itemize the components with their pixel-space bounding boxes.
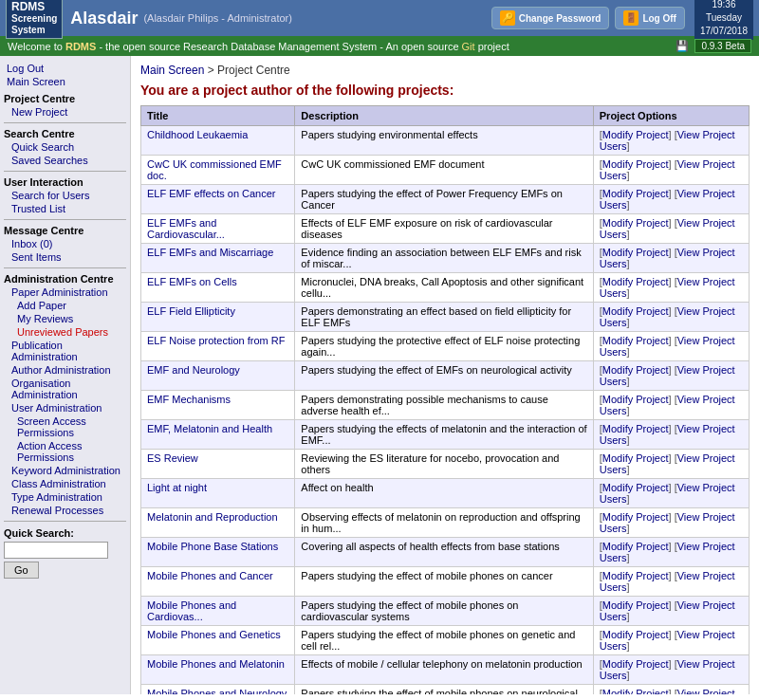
sidebar-sent-items[interactable]: Sent Items (4, 250, 126, 264)
action-bracket-close: ] [ (669, 688, 677, 694)
sidebar-unreviewed-papers[interactable]: Unreviewed Papers (4, 325, 126, 339)
sidebar-screen-access[interactable]: Screen Access Permissions (4, 414, 126, 439)
table-row: ELF Noise protection from RFPapers study… (141, 332, 750, 361)
project-options: [Modify Project] [View Project Users] (593, 391, 749, 420)
modify-project-link[interactable]: Modify Project (602, 629, 669, 640)
modify-project-link[interactable]: Modify Project (602, 394, 669, 405)
action-bracket-close: ] [ (669, 364, 677, 376)
change-password-button[interactable]: 🔑 Change Password (491, 7, 610, 29)
rdms-link[interactable]: RDMS (65, 41, 96, 52)
log-off-button[interactable]: 🚪 Log Off (615, 7, 685, 29)
action-bracket-close: ] [ (669, 394, 677, 405)
project-title-link[interactable]: ELF EMF effects on Cancer (147, 188, 276, 199)
breadcrumb-main-screen[interactable]: Main Screen (140, 64, 204, 77)
project-title-link[interactable]: Melatonin and Reproduction (147, 511, 278, 523)
modify-project-link[interactable]: Modify Project (602, 658, 669, 670)
door-icon: 🚪 (623, 10, 639, 26)
modify-project-link[interactable]: Modify Project (602, 688, 669, 694)
project-options: [Modify Project] [View Project Users] (593, 626, 749, 655)
modify-project-link[interactable]: Modify Project (602, 276, 669, 287)
project-description: Papers studying the protective effect of… (295, 332, 593, 361)
project-title-link[interactable]: CwC UK commissioned EMF doc. (147, 158, 282, 181)
project-title-link[interactable]: Light at night (147, 482, 207, 493)
project-title-link[interactable]: ELF EMFs on Cells (147, 276, 237, 287)
quick-search-input[interactable] (4, 542, 108, 559)
version-badge: 0.9.3 Beta (694, 39, 751, 53)
modify-project-link[interactable]: Modify Project (602, 452, 669, 464)
breadcrumb-separator: > (208, 64, 217, 77)
sidebar-organisation-admin[interactable]: Organisation Administration (4, 377, 126, 401)
project-title-link[interactable]: Mobile Phones and Neurology (147, 688, 287, 694)
action-bracket-close: ] [ (669, 276, 677, 287)
sidebar-user-admin[interactable]: User Administration (4, 401, 126, 414)
project-options: [Modify Project] [View Project Users] (593, 450, 749, 479)
modify-project-link[interactable]: Modify Project (602, 158, 669, 170)
modify-project-link[interactable]: Modify Project (602, 423, 669, 434)
project-title-link[interactable]: ELF EMFs and Miscarriage (147, 247, 273, 258)
modify-project-link[interactable]: Modify Project (602, 247, 669, 258)
action-bracket-close: ] [ (669, 452, 677, 464)
sidebar-paper-admin[interactable]: Paper Administration (4, 286, 126, 299)
modify-project-link[interactable]: Modify Project (602, 482, 669, 493)
sidebar-search-users[interactable]: Search for Users (4, 189, 126, 202)
project-title-link[interactable]: ELF Field Ellipticity (147, 305, 235, 317)
project-title-link[interactable]: ELF EMFs and Cardiovascular... (147, 217, 225, 240)
sidebar-add-paper[interactable]: Add Paper (4, 299, 126, 312)
project-title-link[interactable]: ES Review (147, 452, 198, 464)
project-description: Affect on health (295, 479, 593, 508)
modify-project-link[interactable]: Modify Project (602, 570, 669, 581)
modify-project-link[interactable]: Modify Project (602, 305, 669, 317)
sidebar-saved-searches[interactable]: Saved Searches (4, 154, 126, 167)
modify-project-link[interactable]: Modify Project (602, 599, 669, 611)
sidebar-main-screen[interactable]: Main Screen (4, 75, 126, 88)
project-title-link[interactable]: EMF and Neurology (147, 364, 240, 376)
table-row: CwC UK commissioned EMF doc.CwC UK commi… (141, 156, 750, 185)
go-button[interactable]: Go (4, 562, 39, 579)
sidebar-my-reviews[interactable]: My Reviews (4, 312, 126, 325)
sidebar-type-admin[interactable]: Type Administration (4, 490, 126, 504)
header-username: Alasdair (70, 9, 138, 28)
project-title-link[interactable]: ELF Noise protection from RF (147, 335, 286, 346)
project-title-link[interactable]: Childhood Leukaemia (147, 129, 248, 140)
project-title-link[interactable]: EMF, Melatonin and Health (147, 423, 272, 434)
project-options: [Modify Project] [View Project Users] (593, 273, 749, 303)
git-link[interactable]: Git (462, 41, 475, 52)
project-title-link[interactable]: Mobile Phones and Melatonin (147, 658, 285, 670)
sidebar-action-access[interactable]: Action Access Permissions (4, 439, 126, 464)
sidebar-logout[interactable]: Log Out (4, 62, 126, 75)
modify-project-link[interactable]: Modify Project (602, 129, 669, 140)
project-title-link[interactable]: Mobile Phone Base Stations (147, 541, 278, 552)
table-row: Childhood LeukaemiaPapers studying envir… (141, 126, 750, 156)
modify-project-link[interactable]: Modify Project (602, 217, 669, 229)
project-description: Papers studying the effect of Power Freq… (295, 185, 593, 214)
sidebar-class-admin[interactable]: Class Administration (4, 477, 126, 490)
project-options: [Modify Project] [View Project Users] (593, 156, 749, 185)
project-description: Papers studying the effects of melatonin… (295, 420, 593, 450)
table-row: ES ReviewReviewing the ES literature for… (141, 450, 750, 479)
sidebar-renewal-processes[interactable]: Renewal Processes (4, 504, 126, 517)
project-title-link[interactable]: Mobile Phones and Genetics (147, 629, 281, 640)
table-row: Mobile Phones and MelatoninEffects of mo… (141, 655, 750, 685)
action-bracket-close: ] [ (669, 570, 677, 581)
action-bracket-end: ] (627, 346, 630, 358)
project-title-link[interactable]: Mobile Phones and Cancer (147, 570, 273, 581)
project-options: [Modify Project] [View Project Users] (593, 597, 749, 626)
sidebar-trusted-list[interactable]: Trusted List (4, 202, 126, 215)
modify-project-link[interactable]: Modify Project (602, 188, 669, 199)
sidebar-publication-admin[interactable]: Publication Administration (4, 339, 126, 363)
modify-project-link[interactable]: Modify Project (602, 335, 669, 346)
modify-project-link[interactable]: Modify Project (602, 541, 669, 552)
sidebar-keyword-admin[interactable]: Keyword Administration (4, 464, 126, 477)
sidebar-inbox[interactable]: Inbox (0) (4, 237, 126, 250)
project-title-link[interactable]: Mobile Phones and Cardiovas... (147, 599, 236, 622)
sidebar-author-admin[interactable]: Author Administration (4, 363, 126, 377)
welcome-end: project (478, 41, 509, 52)
modify-project-link[interactable]: Modify Project (602, 511, 669, 523)
action-bracket-end: ] (627, 229, 630, 240)
datetime-display: 19:36 Tuesday 17/07/2018 (694, 0, 753, 40)
modify-project-link[interactable]: Modify Project (602, 364, 669, 376)
project-title-link[interactable]: EMF Mechanisms (147, 394, 231, 405)
sidebar-new-project[interactable]: New Project (4, 105, 126, 119)
sidebar-quick-search[interactable]: Quick Search (4, 140, 126, 154)
action-bracket-end: ] (627, 523, 630, 534)
